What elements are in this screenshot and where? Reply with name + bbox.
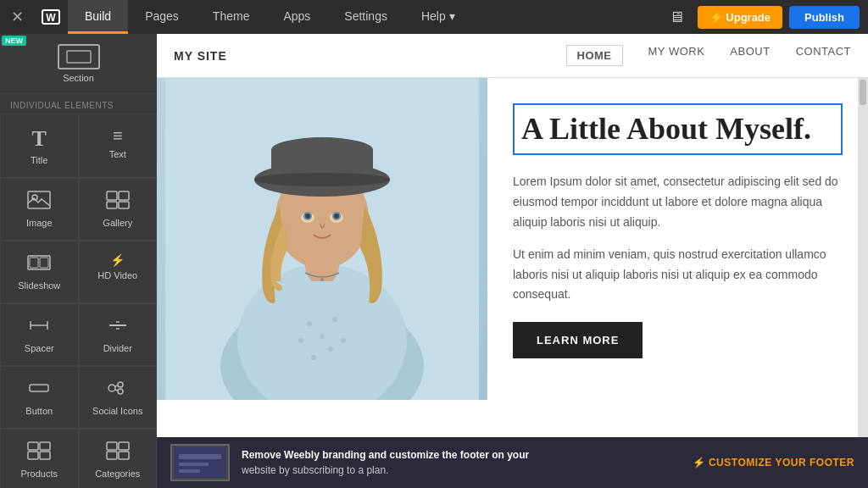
sidebar-products-label: Products: [21, 469, 58, 479]
customize-footer-button[interactable]: ⚡ CUSTOMIZE YOUR FOOTER: [693, 457, 854, 469]
tab-pages[interactable]: Pages: [128, 0, 196, 34]
nav-link-contact[interactable]: CONTACT: [796, 45, 851, 66]
svg-point-49: [320, 278, 324, 281]
text-icon: ≡: [113, 126, 123, 146]
person-photo: [157, 78, 487, 400]
body-text-2: Ut enim ad minim veniam, quis nostrud ex…: [513, 245, 843, 305]
sidebar-image-label: Image: [26, 218, 53, 228]
hd-video-icon: ⚡: [110, 253, 125, 267]
tab-build[interactable]: Build: [68, 0, 128, 34]
sidebar-item-categories[interactable]: Categories: [79, 429, 158, 488]
footer-promo-thumbnail: [170, 444, 230, 481]
svg-rect-53: [179, 469, 200, 473]
sidebar-gallery-label: Gallery: [103, 218, 132, 228]
svg-point-48: [334, 214, 339, 219]
sidebar-item-hd-video[interactable]: ⚡ HD Video: [79, 241, 158, 303]
nav-link-about[interactable]: ABOUT: [730, 45, 770, 66]
tab-settings[interactable]: Settings: [327, 0, 404, 34]
nav-right: 🖥 ⚡ Upgrade Publish: [662, 5, 868, 30]
sidebar-item-image[interactable]: Image: [0, 178, 79, 241]
main-layout: NEW Section INDIVIDUAL ELEMENTS T Title …: [0, 34, 868, 488]
footer-promo-strong: Remove Weebly branding and customize the…: [242, 449, 529, 461]
sidebar-item-section[interactable]: NEW Section: [0, 34, 157, 94]
svg-rect-21: [40, 452, 50, 459]
sidebar-text-label: Text: [109, 149, 126, 159]
button-icon: [27, 379, 51, 402]
svg-rect-22: [107, 442, 117, 450]
weebly-logo: W: [34, 0, 68, 34]
divider-icon: [106, 316, 130, 340]
spacer-icon: [27, 316, 51, 340]
sidebar-item-slideshow[interactable]: Slideshow: [0, 241, 79, 303]
sidebar-spacer-label: Spacer: [25, 343, 54, 353]
svg-rect-23: [119, 442, 129, 450]
new-badge: NEW: [2, 36, 26, 46]
sidebar-section-label: Section: [63, 73, 94, 83]
svg-point-36: [341, 338, 346, 343]
sidebar-item-products[interactable]: Products: [0, 429, 79, 488]
section-icon: [58, 44, 100, 69]
section-heading[interactable]: A Little About Myself.: [513, 103, 843, 155]
tab-theme[interactable]: Theme: [196, 0, 267, 34]
sidebar-hd-video-label: HD Video: [97, 270, 137, 280]
svg-rect-12: [30, 385, 48, 391]
svg-rect-24: [107, 452, 117, 459]
site-nav: MY SITE HOME MY WORK ABOUT CONTACT: [157, 34, 868, 78]
sidebar: NEW Section INDIVIDUAL ELEMENTS T Title …: [0, 34, 157, 488]
close-button[interactable]: ✕: [0, 0, 34, 34]
page-content: B I U + − A ▾ ≡: [157, 78, 868, 437]
learn-more-button[interactable]: LEARN MORE: [513, 322, 643, 358]
svg-point-14: [118, 382, 123, 387]
body-text-1: Lorem Ipsum dolor sit amet, consectetur …: [513, 172, 843, 232]
svg-line-16: [114, 385, 118, 386]
gallery-icon: [106, 191, 130, 214]
svg-rect-5: [107, 191, 117, 200]
content-section: B I U + − A ▾ ≡: [157, 78, 868, 400]
sidebar-item-text[interactable]: ≡ Text: [79, 114, 158, 178]
svg-rect-25: [119, 452, 129, 459]
svg-rect-19: [40, 442, 50, 450]
publish-button[interactable]: Publish: [789, 6, 860, 29]
footer-promo-text: Remove Weebly branding and customize the…: [242, 447, 681, 478]
nav-tabs: Build Pages Theme Apps Settings Help ▾: [68, 0, 472, 34]
products-icon: [27, 441, 51, 465]
nav-link-my-work[interactable]: MY WORK: [648, 45, 705, 66]
tab-help[interactable]: Help ▾: [404, 0, 472, 34]
upgrade-button[interactable]: ⚡ Upgrade: [698, 6, 782, 29]
footer-promo-subtext: website by subscribing to a plan.: [242, 464, 388, 476]
sidebar-social-icons-label: Social Icons: [92, 406, 142, 416]
nav-link-home[interactable]: HOME: [566, 45, 623, 66]
sidebar-categories-label: Categories: [95, 469, 140, 479]
svg-point-31: [320, 334, 325, 339]
tab-apps[interactable]: Apps: [266, 0, 327, 34]
sidebar-item-title[interactable]: T Title: [0, 114, 79, 178]
svg-rect-8: [119, 202, 129, 208]
svg-point-15: [118, 389, 123, 394]
sidebar-item-spacer[interactable]: Spacer: [0, 303, 79, 366]
svg-point-33: [298, 338, 303, 343]
sidebar-divider-label: Divider: [103, 343, 132, 353]
content-text-area: B I U + − A ▾ ≡: [487, 78, 868, 400]
social-icons-icon: [106, 379, 130, 402]
svg-point-42: [254, 173, 390, 186]
sidebar-item-button[interactable]: Button: [0, 366, 79, 429]
svg-text:W: W: [46, 12, 56, 24]
sidebar-button-label: Button: [25, 406, 53, 416]
svg-rect-7: [107, 202, 117, 208]
svg-point-32: [332, 317, 337, 322]
site-logo: MY SITE: [174, 49, 227, 63]
sidebar-item-gallery[interactable]: Gallery: [79, 178, 158, 241]
svg-point-34: [328, 347, 333, 352]
sidebar-title-label: Title: [31, 155, 47, 165]
sidebar-item-social-icons[interactable]: Social Icons: [79, 366, 158, 429]
canvas-area: MY SITE HOME MY WORK ABOUT CONTACT: [157, 34, 868, 488]
sidebar-item-divider[interactable]: Divider: [79, 303, 158, 366]
device-icon[interactable]: 🖥: [662, 5, 691, 30]
image-icon: [27, 191, 51, 214]
svg-rect-20: [28, 452, 38, 459]
top-navigation: ✕ W Build Pages Theme Apps Settings Help…: [0, 0, 868, 34]
scrollbar[interactable]: [858, 78, 868, 437]
svg-rect-6: [119, 191, 129, 200]
svg-rect-18: [28, 442, 38, 450]
svg-rect-11: [40, 258, 48, 268]
